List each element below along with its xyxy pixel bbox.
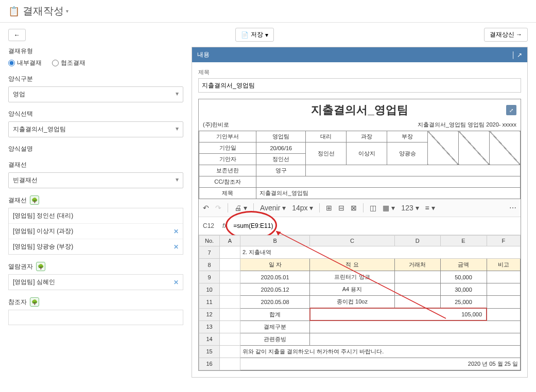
doc-title: 지출결의서_영업팀 bbox=[311, 102, 408, 118]
cell[interactable]: 합계 bbox=[240, 308, 310, 320]
insert-row-icon[interactable]: ⊞ bbox=[326, 204, 332, 212]
approval-line-label: 결재선 bbox=[8, 161, 183, 169]
cell[interactable] bbox=[487, 271, 521, 283]
title-input[interactable] bbox=[198, 78, 521, 93]
approver-item[interactable]: [영업팀] 양광승 (부장)✕ bbox=[9, 239, 183, 254]
approvers-list: [영업팀] 정인선 (대리) [영업팀] 이상지 (과장)✕ [영업팀] 양광승… bbox=[8, 208, 183, 255]
caret-down-icon[interactable]: ▾ bbox=[66, 8, 68, 14]
remove-icon[interactable]: ✕ bbox=[174, 243, 179, 251]
refs-list bbox=[8, 310, 183, 325]
cell[interactable] bbox=[487, 296, 521, 309]
cell[interactable]: 위와 같이 지출을 결의하오니 허가하여 주시기 바랍니다. bbox=[240, 345, 521, 358]
org-tree-icon[interactable]: 🌳 bbox=[30, 195, 39, 205]
col-header[interactable]: F bbox=[487, 236, 521, 246]
col-header[interactable]: No. bbox=[199, 236, 220, 246]
delete-icon[interactable]: ⊠ bbox=[351, 204, 357, 212]
col-header[interactable]: D bbox=[394, 236, 440, 246]
cell[interactable] bbox=[394, 283, 440, 296]
form-select-label: 양식선택 bbox=[8, 110, 183, 118]
cell[interactable]: 프린터기 잉크 bbox=[310, 271, 395, 283]
spreadsheet-grid[interactable]: No. A B C D E F 72. 지출내역 8 일 자 적 요 bbox=[199, 235, 521, 370]
table-icon[interactable]: ▦ ▾ bbox=[383, 204, 395, 212]
approval-type-label: 결재유형 bbox=[8, 47, 183, 56]
row-header[interactable]: 15 bbox=[199, 345, 220, 358]
cell[interactable] bbox=[394, 271, 440, 283]
collapse-icon[interactable]: │ ↗ bbox=[511, 51, 522, 59]
row-header[interactable]: 11 bbox=[199, 296, 220, 309]
row-header[interactable]: 9 bbox=[199, 271, 220, 283]
viewer-item[interactable]: [영업팀] 심혜인✕ bbox=[9, 275, 183, 290]
cell[interactable]: 2020 년 05 월 25 일 bbox=[240, 358, 521, 370]
total-cell[interactable]: 105,000 bbox=[310, 308, 487, 320]
row-header[interactable]: 13 bbox=[199, 320, 220, 333]
radio-coop[interactable]: 협조결재 bbox=[52, 59, 85, 67]
cell[interactable]: 50,000 bbox=[440, 271, 487, 283]
cell[interactable] bbox=[487, 283, 521, 296]
col-header[interactable]: A bbox=[220, 236, 240, 246]
cell[interactable] bbox=[487, 308, 521, 320]
main-toolbar: ← 📄 저장 ▾ 결재상신 → bbox=[0, 23, 536, 47]
row-header[interactable]: 16 bbox=[199, 358, 220, 370]
cell[interactable]: 25,000 bbox=[440, 296, 487, 309]
save-button[interactable]: 📄 저장 ▾ bbox=[235, 28, 274, 42]
expand-icon[interactable]: ⤢ bbox=[506, 105, 516, 115]
cell[interactable]: 2020.05.01 bbox=[240, 271, 310, 283]
row-header[interactable]: 8 bbox=[199, 259, 220, 271]
cell[interactable]: 결제구분 bbox=[240, 320, 310, 333]
format-icon[interactable]: 123 ▾ bbox=[401, 204, 419, 212]
approval-line-select[interactable]: 빈결재선 bbox=[8, 172, 183, 188]
cell[interactable]: 종이컵 10oz bbox=[310, 296, 395, 309]
insert-col-icon[interactable]: ⊟ bbox=[338, 204, 344, 212]
form-category-select[interactable]: 영업 bbox=[8, 86, 183, 102]
doc-number: 지출결의서_영업팀 영업팀 2020- xxxxx bbox=[418, 121, 516, 129]
cell[interactable]: 30,000 bbox=[440, 283, 487, 296]
company-name: (주)한비로 bbox=[203, 121, 229, 129]
page-header: 📋 결재작성 ▾ bbox=[0, 0, 536, 23]
cell[interactable]: A4 용지 bbox=[310, 283, 395, 296]
col-header[interactable]: C bbox=[310, 236, 395, 246]
content-panel: 내용 │ ↗ 제목 지출결의서_영업팀 ⤢ (주)한비로 지출결의서_영업팀 영… bbox=[192, 47, 528, 378]
size-select[interactable]: 14px ▾ bbox=[292, 204, 313, 212]
org-tree-icon[interactable]: 🌳 bbox=[30, 297, 39, 307]
cell[interactable]: 2020.05.12 bbox=[240, 283, 310, 296]
sidebar: 결재유형 내부결재 협조결재 양식구분 영업 양식선택 지출결의서_영업팀 양식… bbox=[8, 47, 183, 378]
row-header[interactable]: 10 bbox=[199, 283, 220, 296]
row-header[interactable]: 14 bbox=[199, 333, 220, 345]
title-field-label: 제목 bbox=[198, 68, 521, 76]
form-select[interactable]: 지출결의서_영업팀 bbox=[8, 121, 183, 137]
approver-item[interactable]: [영업팀] 이상지 (과장)✕ bbox=[9, 224, 183, 239]
print-icon[interactable]: 🖨 ▾ bbox=[234, 204, 247, 212]
remove-icon[interactable]: ✕ bbox=[174, 279, 179, 286]
approvers-label: 결재선 bbox=[8, 196, 27, 205]
col-header[interactable]: E bbox=[440, 236, 487, 246]
back-button[interactable]: ← bbox=[8, 29, 26, 41]
row-header[interactable]: 7 bbox=[199, 246, 220, 259]
content-panel-header: 내용 │ ↗ bbox=[192, 47, 527, 62]
form-category-label: 양식구분 bbox=[8, 75, 183, 83]
spreadsheet-toolbar: ↶ ↷ 🖨 ▾ Avenir ▾ 14px ▾ ⊞ ⊟ ⊠ ◫ ▦ ▾ 123 … bbox=[199, 199, 521, 217]
cell[interactable]: 2020.05.08 bbox=[240, 296, 310, 309]
col-header[interactable]: B bbox=[240, 236, 310, 246]
cell[interactable] bbox=[394, 296, 440, 309]
font-select[interactable]: Avenir ▾ bbox=[260, 204, 286, 212]
more-icon[interactable]: ⋯ bbox=[509, 204, 516, 212]
remove-icon[interactable]: ✕ bbox=[174, 228, 179, 235]
refs-label: 참조자 bbox=[8, 298, 27, 307]
form-desc-label: 양식설명 bbox=[8, 145, 183, 153]
radio-internal[interactable]: 내부결재 bbox=[8, 59, 42, 67]
merge-icon[interactable]: ◫ bbox=[370, 204, 376, 212]
doc-info-table: 기안부서 영업팀 대리 과장 부장 정인선 이상지 양광승 기안일2 bbox=[199, 131, 521, 199]
org-tree-icon[interactable]: 🌳 bbox=[36, 262, 45, 271]
cell[interactable]: 관련증빙 bbox=[240, 333, 310, 345]
align-icon[interactable]: ≡ ▾ bbox=[425, 204, 435, 212]
row-header[interactable]: 12 bbox=[199, 308, 220, 320]
formula-input[interactable] bbox=[231, 220, 516, 231]
submit-button[interactable]: 결재상신 → bbox=[484, 28, 528, 42]
document-frame: 지출결의서_영업팀 ⤢ (주)한비로 지출결의서_영업팀 영업팀 2020- x… bbox=[198, 99, 521, 371]
approver-item[interactable]: [영업팀] 정인선 (대리) bbox=[9, 208, 183, 224]
undo-icon[interactable]: ↶ bbox=[203, 204, 209, 212]
viewers-list: [영업팀] 심혜인✕ bbox=[8, 274, 183, 290]
page-title: 결재작성 bbox=[23, 4, 64, 18]
cell-reference: C12 bbox=[203, 222, 218, 229]
redo-icon[interactable]: ↷ bbox=[215, 204, 221, 212]
